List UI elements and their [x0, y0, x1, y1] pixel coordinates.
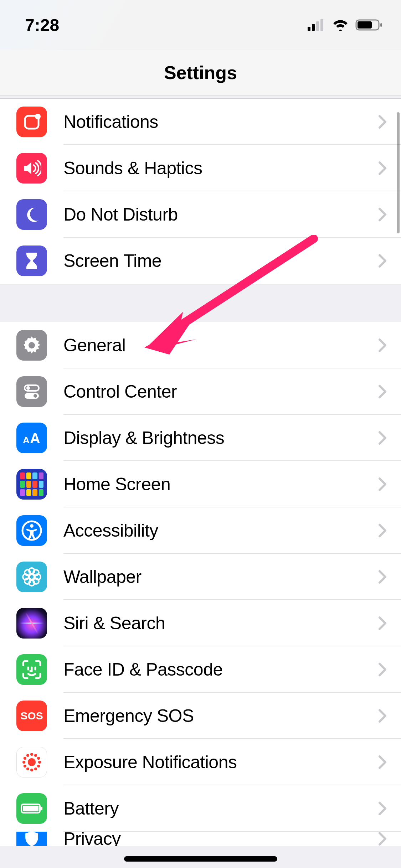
privacy-icon [16, 832, 47, 846]
chevron-right-icon [378, 384, 387, 399]
row-label: Do Not Disturb [63, 204, 178, 225]
svg-rect-6 [380, 23, 382, 27]
row-label: Emergency SOS [63, 706, 194, 726]
scroll-indicator[interactable] [397, 112, 400, 233]
row-label: Home Screen [63, 474, 170, 495]
chevron-right-icon [378, 709, 387, 723]
svg-point-38 [24, 757, 26, 760]
row-label: Battery [63, 798, 119, 819]
textsize-icon: AA [16, 423, 47, 453]
row-label: Exposure Notifications [63, 752, 237, 773]
settings-row-sos[interactable]: SOSEmergency SOS [0, 693, 401, 739]
battery-status-icon [355, 19, 383, 31]
svg-point-40 [30, 753, 33, 756]
chevron-right-icon [378, 662, 387, 677]
svg-text:A: A [23, 435, 30, 445]
row-label: Siri & Search [63, 613, 165, 634]
row-label: Sounds & Haptics [63, 158, 202, 179]
settings-row-accessibility[interactable]: Accessibility [0, 507, 401, 554]
speaker-icon [16, 153, 47, 184]
svg-rect-45 [41, 807, 42, 810]
nav-header: Settings [0, 50, 401, 96]
svg-text:SOS: SOS [20, 710, 43, 722]
row-label: Control Center [63, 381, 177, 402]
settings-row-controlcenter[interactable]: Control Center [0, 368, 401, 415]
settings-row-wallpaper[interactable]: Wallpaper [0, 554, 401, 600]
row-label: Notifications [63, 112, 158, 132]
svg-rect-5 [358, 21, 372, 29]
svg-point-13 [34, 394, 37, 398]
cellular-icon [308, 19, 325, 31]
settings-row-notifications[interactable]: Notifications [0, 99, 401, 145]
svg-point-31 [38, 761, 41, 764]
siri-icon [16, 608, 47, 639]
settings-list[interactable]: NotificationsSounds & HapticsDo Not Dist… [0, 98, 401, 846]
hourglass-icon [16, 246, 47, 276]
svg-point-35 [26, 768, 29, 770]
chevron-right-icon [378, 207, 387, 222]
chevron-right-icon [378, 431, 387, 445]
row-label: Accessibility [63, 520, 158, 541]
settings-row-general[interactable]: General [0, 322, 401, 368]
status-indicators [308, 19, 383, 31]
switches-icon [16, 376, 47, 407]
svg-point-8 [35, 114, 41, 119]
settings-row-display[interactable]: AADisplay & Brightness [0, 415, 401, 461]
row-label: Display & Brightness [63, 428, 224, 448]
svg-rect-3 [320, 19, 323, 31]
chevron-right-icon [378, 477, 387, 491]
chevron-right-icon [378, 570, 387, 584]
chevron-right-icon [378, 254, 387, 268]
row-label: Screen Time [63, 250, 161, 271]
svg-point-42 [37, 757, 40, 760]
settings-row-battery[interactable]: Battery [0, 785, 401, 832]
svg-point-11 [26, 386, 30, 390]
settings-row-homescreen[interactable]: Home Screen [0, 461, 401, 507]
settings-row-privacy[interactable]: Privacy [0, 832, 401, 846]
svg-point-33 [34, 768, 37, 770]
svg-text:A: A [30, 430, 40, 446]
svg-rect-0 [308, 27, 310, 31]
svg-point-36 [24, 765, 26, 768]
notification-icon [16, 107, 47, 137]
battery-icon [16, 793, 47, 824]
homescreen-icon [16, 469, 47, 500]
svg-point-41 [34, 754, 37, 757]
sos-icon: SOS [16, 701, 47, 731]
settings-row-exposure[interactable]: Exposure Notifications [0, 739, 401, 785]
gear-icon [16, 330, 47, 361]
chevron-right-icon [378, 338, 387, 352]
svg-point-34 [30, 769, 33, 771]
settings-row-siri[interactable]: Siri & Search [0, 600, 401, 646]
svg-rect-1 [312, 24, 315, 31]
exposure-icon [16, 747, 47, 777]
home-indicator [124, 856, 277, 862]
chevron-right-icon [378, 523, 387, 538]
chevron-right-icon [378, 161, 387, 175]
svg-point-32 [37, 765, 40, 768]
svg-point-9 [29, 342, 35, 348]
settings-row-sounds[interactable]: Sounds & Haptics [0, 145, 401, 191]
settings-row-dnd[interactable]: Do Not Disturb [0, 191, 401, 238]
svg-point-18 [29, 574, 34, 579]
chevron-right-icon [378, 832, 387, 846]
row-label: Privacy [63, 832, 120, 846]
chevron-right-icon [378, 115, 387, 129]
status-time: 7:28 [25, 15, 59, 35]
wifi-icon [332, 19, 349, 31]
svg-point-37 [22, 761, 25, 764]
svg-rect-2 [316, 21, 319, 31]
chevron-right-icon [378, 801, 387, 816]
faceid-icon [16, 654, 47, 685]
accessibility-icon [16, 515, 47, 546]
row-label: Wallpaper [63, 567, 142, 587]
row-label: Face ID & Passcode [63, 659, 223, 680]
chevron-right-icon [378, 755, 387, 769]
settings-row-screentime[interactable]: Screen Time [0, 238, 401, 284]
settings-row-faceid[interactable]: Face ID & Passcode [0, 646, 401, 693]
flower-icon [16, 562, 47, 592]
page-title: Settings [164, 62, 237, 83]
row-label: General [63, 335, 125, 356]
svg-rect-44 [23, 806, 38, 811]
svg-point-30 [28, 758, 36, 766]
